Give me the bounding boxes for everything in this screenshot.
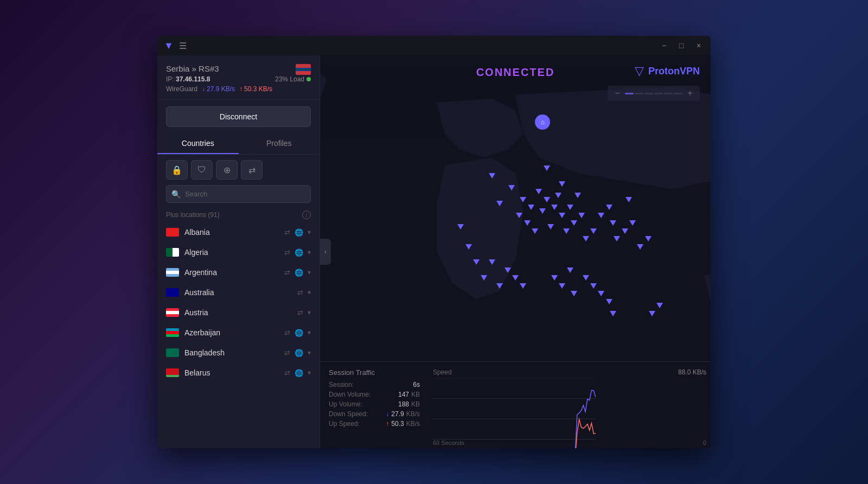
stat-session: Session: 6s [329,381,420,389]
country-flag [166,288,179,297]
expand-icon[interactable]: ▾ [308,349,311,356]
list-item[interactable]: Bangladesh ⇄ 🌐 ▾ [157,343,320,363]
search-box: 🔍 [166,185,311,203]
list-item[interactable]: Albania ⇄ 🌐 ▾ [157,222,320,243]
country-actions: ⇄ ▾ [297,289,311,297]
globe-icon[interactable]: 🌐 [295,269,303,277]
expand-icon[interactable]: ▾ [308,309,311,316]
down-volume-label: Down Volume: [329,391,371,398]
reconnect-icon[interactable]: ⇄ [297,309,303,317]
traffic-stats: Session Traffic Session: 6s Down Volume:… [320,362,429,448]
title-bar: ▼ ☰ − □ × [157,36,711,55]
country-actions: ⇄ 🌐 ▾ [284,269,311,277]
country-actions: ⇄ 🌐 ▾ [284,329,311,337]
load-info: 23% Load [275,75,311,83]
time-start: 60 Seconds [433,440,464,446]
minimize-button[interactable]: − [659,40,669,51]
reconnect-icon[interactable]: ⇄ [284,329,290,337]
speed-chart: Speed 88.0 KB/s 60 Seconds 0 [429,362,711,448]
up-volume-value: 188 KB [398,400,420,408]
server-country: Serbia [166,64,189,73]
country-name: Austria [184,308,292,317]
country-flag [166,368,179,377]
map-collapse-button[interactable]: ‹ [320,239,331,265]
search-input[interactable] [166,185,311,203]
expand-icon[interactable]: ▾ [308,329,311,336]
reconnect-icon[interactable]: ⇄ [284,369,290,377]
server-name: Serbia » RS#3 [166,64,311,73]
ip-address: IP: 37.46.115.8 [166,75,210,83]
country-name: Belarus [184,368,279,377]
filter-secure-core[interactable]: 🔒 [166,160,188,180]
connection-info: Serbia » RS#3 IP: 37.46.115.8 23% Load [157,55,320,100]
disconnect-button[interactable]: Disconnect [166,106,311,127]
country-name: Algeria [184,248,279,257]
reconnect-icon[interactable]: ⇄ [284,249,290,257]
expand-icon[interactable]: ▾ [308,228,311,236]
country-flag [166,308,179,317]
main-content: Serbia » RS#3 IP: 37.46.115.8 23% Load [157,55,711,448]
connection-details: IP: 37.46.115.8 23% Load [166,75,311,83]
session-value: 6s [413,381,420,389]
expand-icon[interactable]: ▾ [308,369,311,377]
list-item[interactable]: Australia ⇄ ▾ [157,283,320,303]
session-label: Session: [329,381,354,389]
info-icon[interactable]: i [302,211,311,219]
country-actions: ⇄ ▾ [297,309,311,317]
country-list: Albania ⇄ 🌐 ▾ Algeria ⇄ 🌐 ▾ [157,222,320,448]
maximize-button[interactable]: □ [676,40,687,51]
reconnect-icon[interactable]: ⇄ [284,349,290,357]
filter-shield[interactable]: 🛡 [191,160,213,180]
reconnect-icon[interactable]: ⇄ [284,228,290,237]
close-button[interactable]: × [693,40,704,51]
expand-icon[interactable]: ▾ [308,249,311,256]
list-item[interactable]: Azerbaijan ⇄ 🌐 ▾ [157,323,320,343]
country-flag [166,268,179,277]
filter-p2p[interactable]: ⇄ [241,160,263,180]
list-item[interactable]: Algeria ⇄ 🌐 ▾ [157,243,320,263]
title-bar-left: ▼ ☰ [164,40,187,52]
traffic-title: Session Traffic [329,368,420,377]
globe-icon[interactable]: 🌐 [295,329,303,337]
protocol-info: WireGuard ↓ 27.9 KB/s ↑ 50.3 KB/s [166,85,311,93]
down-speed-value: ↓ 27.9 KB/s [386,410,420,418]
download-speed: ↓ 27.9 KB/s [202,85,235,93]
sidebar: Serbia » RS#3 IP: 37.46.115.8 23% Load [157,55,320,448]
country-actions: ⇄ 🌐 ▾ [284,349,311,357]
globe-icon[interactable]: 🌐 [295,228,303,237]
hamburger-icon[interactable]: ☰ [179,41,187,51]
traffic-panel: Session Traffic Session: 6s Down Volume:… [320,361,711,448]
country-flag [166,228,179,237]
ip-value: 37.46.115.8 [176,75,210,83]
stat-up-volume: Up Volume: 188 KB [329,400,420,408]
reconnect-icon[interactable]: ⇄ [284,269,290,277]
speed-timeline: 60 Seconds 0 [433,440,706,446]
country-name: Albania [184,228,279,237]
tab-countries[interactable]: Countries [157,133,239,154]
speed-max: 88.0 KB/s [678,368,706,376]
locations-header: Plus locations (91) i [157,208,320,222]
country-flag [166,248,179,257]
protocol-name: WireGuard [166,85,197,93]
list-item[interactable]: Belarus ⇄ 🌐 ▾ [157,363,320,383]
reconnect-icon[interactable]: ⇄ [297,289,303,297]
globe-icon[interactable]: 🌐 [295,249,303,257]
country-name: Argentina [184,268,279,277]
up-speed-value: ↑ 50.3 KB/s [386,420,420,428]
tab-profiles[interactable]: Profiles [239,133,320,154]
load-indicator [307,77,311,81]
list-item[interactable]: Argentina ⇄ 🌐 ▾ [157,263,320,283]
down-volume-value: 147 KB [398,391,420,398]
ip-label: IP: [166,75,174,83]
title-bar-right: − □ × [659,40,704,51]
expand-icon[interactable]: ▾ [308,289,311,296]
globe-icon[interactable]: 🌐 [295,349,303,357]
filter-tor[interactable]: ⊕ [216,160,238,180]
country-flag [166,328,179,337]
speed-chart-canvas [433,378,596,448]
stat-down-volume: Down Volume: 147 KB [329,391,420,398]
expand-icon[interactable]: ▾ [308,269,311,276]
globe-icon[interactable]: 🌐 [295,369,303,377]
down-speed-label: Down Speed: [329,410,368,418]
list-item[interactable]: Austria ⇄ ▾ [157,303,320,323]
